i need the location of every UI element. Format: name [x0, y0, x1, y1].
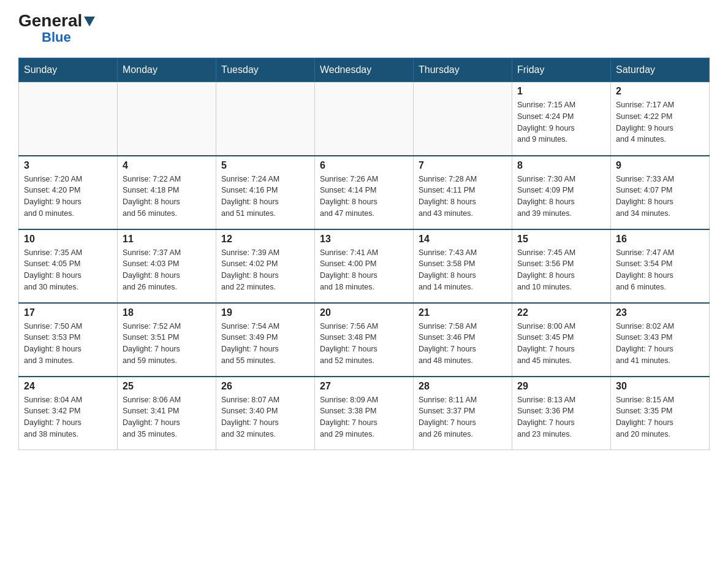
day-number: 26 [221, 381, 309, 392]
day-number: 4 [123, 160, 211, 171]
day-info: Sunrise: 7:26 AM Sunset: 4:14 PM Dayligh… [320, 174, 408, 220]
day-info: Sunrise: 7:39 AM Sunset: 4:02 PM Dayligh… [221, 247, 309, 293]
calendar-cell: 18Sunrise: 7:52 AM Sunset: 3:51 PM Dayli… [118, 303, 216, 377]
logo: General Blue [18, 12, 95, 45]
day-info: Sunrise: 7:56 AM Sunset: 3:48 PM Dayligh… [320, 321, 408, 367]
calendar-cell: 26Sunrise: 8:07 AM Sunset: 3:40 PM Dayli… [216, 377, 315, 450]
day-number: 19 [221, 307, 309, 318]
day-info: Sunrise: 7:45 AM Sunset: 3:56 PM Dayligh… [517, 247, 605, 293]
day-number: 23 [616, 307, 704, 318]
day-number: 18 [123, 307, 211, 318]
calendar-cell: 17Sunrise: 7:50 AM Sunset: 3:53 PM Dayli… [19, 303, 118, 377]
day-info: Sunrise: 7:35 AM Sunset: 4:05 PM Dayligh… [24, 247, 112, 293]
day-number: 29 [517, 381, 605, 392]
calendar-cell: 20Sunrise: 7:56 AM Sunset: 3:48 PM Dayli… [315, 303, 414, 377]
day-number: 2 [616, 86, 704, 97]
day-number: 1 [517, 86, 605, 97]
day-number: 28 [419, 381, 507, 392]
calendar-cell [216, 82, 315, 156]
header-saturday: Saturday [611, 58, 710, 82]
calendar-cell: 16Sunrise: 7:47 AM Sunset: 3:54 PM Dayli… [611, 229, 710, 303]
day-info: Sunrise: 7:24 AM Sunset: 4:16 PM Dayligh… [221, 174, 309, 220]
day-number: 30 [616, 381, 704, 392]
calendar-cell: 27Sunrise: 8:09 AM Sunset: 3:38 PM Dayli… [315, 377, 414, 450]
day-number: 9 [616, 160, 704, 171]
calendar-cell: 22Sunrise: 8:00 AM Sunset: 3:45 PM Dayli… [512, 303, 611, 377]
day-info: Sunrise: 7:54 AM Sunset: 3:49 PM Dayligh… [221, 321, 309, 367]
calendar-cell: 29Sunrise: 8:13 AM Sunset: 3:36 PM Dayli… [512, 377, 611, 450]
calendar-cell: 21Sunrise: 7:58 AM Sunset: 3:46 PM Dayli… [414, 303, 512, 377]
calendar-cell: 5Sunrise: 7:24 AM Sunset: 4:16 PM Daylig… [216, 156, 315, 229]
logo-general-text: General [18, 12, 82, 29]
calendar-cell: 30Sunrise: 8:15 AM Sunset: 3:35 PM Dayli… [611, 377, 710, 450]
calendar-table: SundayMondayTuesdayWednesdayThursdayFrid… [18, 58, 710, 450]
day-info: Sunrise: 7:17 AM Sunset: 4:22 PM Dayligh… [616, 99, 704, 145]
day-info: Sunrise: 7:47 AM Sunset: 3:54 PM Dayligh… [616, 247, 704, 293]
day-number: 6 [320, 160, 408, 171]
day-info: Sunrise: 8:11 AM Sunset: 3:37 PM Dayligh… [419, 394, 507, 440]
day-info: Sunrise: 7:20 AM Sunset: 4:20 PM Dayligh… [24, 174, 112, 220]
day-number: 8 [517, 160, 605, 171]
calendar-cell: 28Sunrise: 8:11 AM Sunset: 3:37 PM Dayli… [414, 377, 512, 450]
day-number: 21 [419, 307, 507, 318]
calendar-cell [315, 82, 414, 156]
day-number: 12 [221, 234, 309, 245]
calendar-header-row: SundayMondayTuesdayWednesdayThursdayFrid… [19, 58, 710, 82]
calendar-cell: 13Sunrise: 7:41 AM Sunset: 4:00 PM Dayli… [315, 229, 414, 303]
day-number: 24 [24, 381, 112, 392]
header-monday: Monday [118, 58, 216, 82]
calendar-cell: 1Sunrise: 7:15 AM Sunset: 4:24 PM Daylig… [512, 82, 611, 156]
day-number: 20 [320, 307, 408, 318]
day-number: 16 [616, 234, 704, 245]
day-info: Sunrise: 7:28 AM Sunset: 4:11 PM Dayligh… [419, 174, 507, 220]
day-number: 22 [517, 307, 605, 318]
calendar-cell: 25Sunrise: 8:06 AM Sunset: 3:41 PM Dayli… [118, 377, 216, 450]
day-number: 5 [221, 160, 309, 171]
calendar-week-5: 24Sunrise: 8:04 AM Sunset: 3:42 PM Dayli… [19, 377, 710, 450]
calendar-cell: 19Sunrise: 7:54 AM Sunset: 3:49 PM Dayli… [216, 303, 315, 377]
calendar-week-3: 10Sunrise: 7:35 AM Sunset: 4:05 PM Dayli… [19, 229, 710, 303]
day-info: Sunrise: 8:00 AM Sunset: 3:45 PM Dayligh… [517, 321, 605, 367]
day-info: Sunrise: 7:58 AM Sunset: 3:46 PM Dayligh… [419, 321, 507, 367]
day-number: 15 [517, 234, 605, 245]
day-info: Sunrise: 7:43 AM Sunset: 3:58 PM Dayligh… [419, 247, 507, 293]
calendar-week-1: 1Sunrise: 7:15 AM Sunset: 4:24 PM Daylig… [19, 82, 710, 156]
day-number: 25 [123, 381, 211, 392]
day-info: Sunrise: 8:02 AM Sunset: 3:43 PM Dayligh… [616, 321, 704, 367]
header-thursday: Thursday [414, 58, 512, 82]
header-tuesday: Tuesday [216, 58, 315, 82]
day-number: 14 [419, 234, 507, 245]
day-info: Sunrise: 7:33 AM Sunset: 4:07 PM Dayligh… [616, 174, 704, 220]
day-info: Sunrise: 7:52 AM Sunset: 3:51 PM Dayligh… [123, 321, 211, 367]
day-number: 17 [24, 307, 112, 318]
day-info: Sunrise: 8:09 AM Sunset: 3:38 PM Dayligh… [320, 394, 408, 440]
calendar-week-4: 17Sunrise: 7:50 AM Sunset: 3:53 PM Dayli… [19, 303, 710, 377]
day-number: 3 [24, 160, 112, 171]
calendar-cell: 10Sunrise: 7:35 AM Sunset: 4:05 PM Dayli… [19, 229, 118, 303]
calendar-cell: 11Sunrise: 7:37 AM Sunset: 4:03 PM Dayli… [118, 229, 216, 303]
day-info: Sunrise: 8:13 AM Sunset: 3:36 PM Dayligh… [517, 394, 605, 440]
day-number: 13 [320, 234, 408, 245]
header-wednesday: Wednesday [315, 58, 414, 82]
day-info: Sunrise: 7:30 AM Sunset: 4:09 PM Dayligh… [517, 174, 605, 220]
calendar-cell: 6Sunrise: 7:26 AM Sunset: 4:14 PM Daylig… [315, 156, 414, 229]
calendar-cell: 8Sunrise: 7:30 AM Sunset: 4:09 PM Daylig… [512, 156, 611, 229]
calendar-cell: 9Sunrise: 7:33 AM Sunset: 4:07 PM Daylig… [611, 156, 710, 229]
day-info: Sunrise: 7:37 AM Sunset: 4:03 PM Dayligh… [123, 247, 211, 293]
day-number: 11 [123, 234, 211, 245]
day-info: Sunrise: 7:15 AM Sunset: 4:24 PM Dayligh… [517, 99, 605, 145]
calendar-cell: 14Sunrise: 7:43 AM Sunset: 3:58 PM Dayli… [414, 229, 512, 303]
calendar-cell: 23Sunrise: 8:02 AM Sunset: 3:43 PM Dayli… [611, 303, 710, 377]
day-info: Sunrise: 8:06 AM Sunset: 3:41 PM Dayligh… [123, 394, 211, 440]
logo-blue-text: Blue [42, 29, 71, 45]
header-sunday: Sunday [19, 58, 118, 82]
day-info: Sunrise: 7:41 AM Sunset: 4:00 PM Dayligh… [320, 247, 408, 293]
calendar-week-2: 3Sunrise: 7:20 AM Sunset: 4:20 PM Daylig… [19, 156, 710, 229]
calendar-cell [414, 82, 512, 156]
calendar-cell: 3Sunrise: 7:20 AM Sunset: 4:20 PM Daylig… [19, 156, 118, 229]
calendar-cell: 7Sunrise: 7:28 AM Sunset: 4:11 PM Daylig… [414, 156, 512, 229]
calendar-cell: 24Sunrise: 8:04 AM Sunset: 3:42 PM Dayli… [19, 377, 118, 450]
calendar-cell: 2Sunrise: 7:17 AM Sunset: 4:22 PM Daylig… [611, 82, 710, 156]
header-friday: Friday [512, 58, 611, 82]
day-info: Sunrise: 8:04 AM Sunset: 3:42 PM Dayligh… [24, 394, 112, 440]
